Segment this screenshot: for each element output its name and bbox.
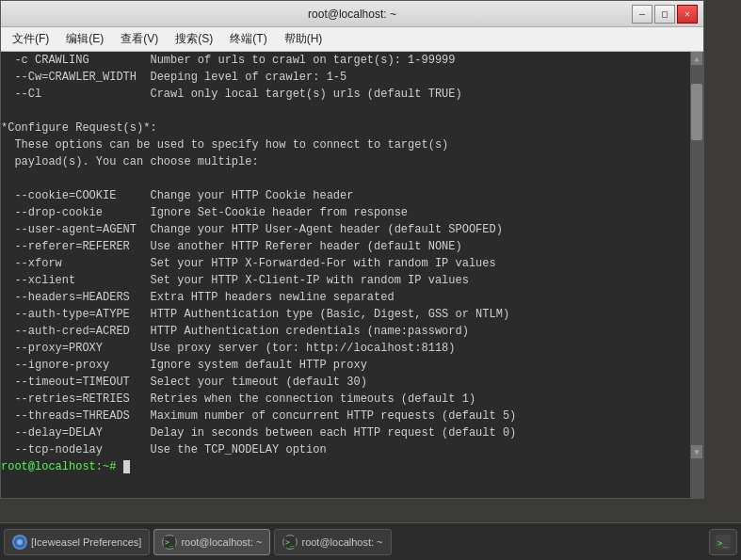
svg-text:>_: >_ — [165, 538, 174, 547]
menu-file[interactable]: 文件(F) — [5, 29, 56, 49]
scroll-area: -c CRAWLING Number of urls to crawl on t… — [1, 52, 703, 498]
window-title: root@localhost: ~ — [72, 8, 632, 21]
menu-search[interactable]: 搜索(S) — [168, 29, 220, 49]
taskbar-iceweasel[interactable]: [Iceweasel Preferences] — [4, 529, 150, 555]
terminal-output: -c CRAWLING Number of urls to crawl on t… — [1, 52, 690, 475]
scrollbar[interactable]: ▲ ▼ — [690, 52, 703, 498]
svg-text:>_: >_ — [285, 538, 295, 547]
svg-point-1 — [17, 539, 23, 545]
menu-bar: 文件(F) 编辑(E) 查看(V) 搜索(S) 终端(T) 帮助(H) — [1, 27, 703, 52]
terminal2-icon: >_ — [282, 535, 298, 550]
taskbar-terminal-1[interactable]: >_ root@localhost: ~ — [153, 529, 270, 555]
terminal-launch-icon: >_ — [716, 535, 731, 550]
taskbar-terminal-2[interactable]: >_ root@localhost: ~ — [274, 529, 391, 555]
taskbar-right: >_ — [709, 529, 737, 555]
taskbar-terminal2-label: root@localhost: ~ — [301, 536, 382, 548]
minimize-button[interactable]: – — [632, 5, 652, 24]
svg-text:>_: >_ — [717, 538, 728, 548]
iceweasel-icon — [12, 535, 27, 550]
window-controls: – □ ✕ — [632, 5, 698, 24]
menu-edit[interactable]: 编辑(E) — [58, 29, 111, 49]
scroll-thumb[interactable] — [691, 84, 702, 140]
close-button[interactable]: ✕ — [677, 5, 698, 24]
menu-help[interactable]: 帮助(H) — [277, 29, 330, 49]
terminal1-icon: >_ — [162, 535, 177, 550]
taskbar: [Iceweasel Preferences] >_ root@localhos… — [0, 522, 741, 560]
desktop: root@localhost: ~ – □ ✕ 文件(F) 编辑(E) 查看(V… — [0, 0, 741, 560]
menu-view[interactable]: 查看(V) — [113, 29, 166, 49]
title-bar: root@localhost: ~ – □ ✕ — [1, 1, 703, 27]
terminal-launch-button[interactable]: >_ — [709, 529, 737, 555]
terminal-window: root@localhost: ~ – □ ✕ 文件(F) 编辑(E) 查看(V… — [0, 0, 704, 499]
taskbar-iceweasel-label: [Iceweasel Preferences] — [31, 536, 141, 548]
terminal-content[interactable]: -c CRAWLING Number of urls to crawl on t… — [1, 52, 690, 498]
maximize-button[interactable]: □ — [654, 5, 675, 24]
taskbar-terminal1-label: root@localhost: ~ — [181, 536, 262, 548]
menu-terminal[interactable]: 终端(T) — [222, 29, 274, 49]
